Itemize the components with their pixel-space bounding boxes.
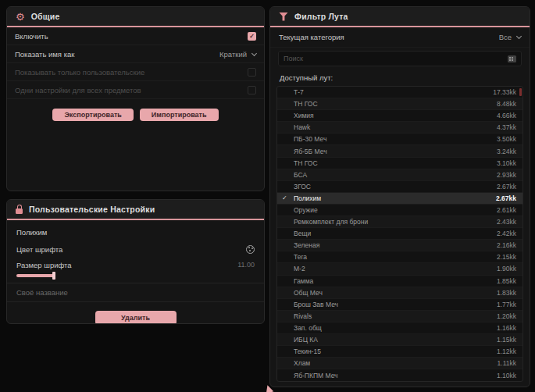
loot-item-row[interactable]: М-2 1.90kk: [277, 263, 523, 275]
loot-item-row[interactable]: Rivals 1.20kk: [277, 311, 523, 323]
import-button[interactable]: Импортировать: [140, 109, 219, 121]
loot-item-value: 1.16kk: [497, 324, 516, 332]
custom-settings-panel: Пользовательские Настройки Полихим Цвет …: [6, 199, 265, 324]
palette-icon[interactable]: [246, 245, 255, 254]
export-button[interactable]: Экспортировать: [52, 109, 133, 121]
loot-item-value: 3.10kk: [497, 159, 516, 167]
custom-name-input[interactable]: [7, 283, 264, 302]
loot-item-value: 3.24kk: [497, 148, 516, 155]
checkbox[interactable]: ✓: [248, 32, 256, 41]
loot-item-value: 17.33kk: [493, 88, 516, 96]
loot-item-name: Hawk: [294, 123, 497, 131]
setting-label: Показать имя как: [15, 50, 74, 59]
loot-item-row[interactable]: Яб-5Б Меч 3.24kk: [277, 145, 523, 157]
category-row: Текущая категория Все: [270, 27, 530, 48]
loot-item-row[interactable]: Вещи 2.42kk: [277, 228, 523, 240]
loot-item-value: 2.43kk: [497, 218, 516, 226]
font-size-slider[interactable]: [16, 274, 54, 277]
loot-item-name: ТН ГОС: [294, 159, 497, 167]
loot-item-name: Брош Зав Меч: [294, 301, 497, 308]
loot-item-value: 2.15kk: [497, 253, 516, 261]
loot-item-row[interactable]: ТН ГОС 3.10kk: [277, 158, 523, 169]
general-rows: Включить ✓ Показать имя как Краткий Пока…: [7, 27, 264, 99]
select[interactable]: Краткий: [219, 50, 256, 59]
loot-item-row[interactable]: Текин-15 1.12kk: [277, 346, 523, 358]
loot-item-row[interactable]: Химия 4.66kk: [277, 110, 523, 122]
loot-item-row[interactable]: Зап. общ 1.16kk: [277, 323, 523, 334]
setting-row[interactable]: Показывать только пользовательские: [7, 63, 264, 81]
loot-item-value: 2.67kk: [497, 183, 516, 191]
loot-item-name: ТН ГОС: [294, 100, 497, 108]
loot-item-row[interactable]: Гамма 1.85kk: [277, 276, 523, 287]
loot-item-row[interactable]: Общ Меч 1.83kk: [277, 287, 523, 299]
general-panel-header: ⚙ Общие: [7, 7, 264, 27]
loot-item-name: М-2: [294, 265, 497, 273]
category-value: Все: [499, 33, 512, 41]
loot-item-value: 2.16kk: [497, 241, 516, 249]
selected-item-name: Полихим: [7, 220, 264, 241]
font-color-label: Цвет шрифта: [16, 245, 62, 254]
loot-item-row[interactable]: Тега 2.15kk: [277, 251, 523, 263]
loot-item-name: Вещи: [294, 230, 497, 237]
loot-item-row[interactable]: ПБ-30 Меч 3.50kk: [277, 134, 523, 145]
setting-label: Включить: [15, 32, 48, 41]
loot-item-value: 1.90kk: [497, 265, 516, 273]
setting-label: Одни настройки для всех предметов: [15, 86, 141, 94]
loot-item-row[interactable]: ТН ГОС 8.48kk: [277, 98, 523, 110]
loot-item-row[interactable]: Ремкомплект для брони 2.43kk: [277, 216, 523, 228]
setting-row[interactable]: Включить ✓: [7, 27, 264, 45]
loot-item-row[interactable]: Т-7 17.33kk: [277, 87, 523, 98]
loot-item-row[interactable]: ✓ Полихим 2.67kk: [277, 193, 523, 205]
loot-item-value: 2.67kk: [496, 194, 516, 202]
setting-row[interactable]: Показать имя как Краткий: [7, 45, 264, 63]
loot-item-value: 4.66kk: [497, 112, 516, 119]
delete-button[interactable]: Удалить: [95, 311, 177, 324]
loot-item-name: Гамма: [294, 277, 497, 285]
loot-item-value: 4.37kk: [497, 123, 516, 131]
setting-label: Показывать только пользовательские: [15, 68, 144, 77]
loot-item-name: Химия: [294, 112, 497, 119]
scrollbar-thumb[interactable]: [519, 88, 522, 96]
loot-item-value: 2.93kk: [497, 171, 516, 179]
loot-item-row[interactable]: Зеленая 2.16kk: [277, 240, 523, 251]
loot-item-value: 1.11kk: [498, 359, 516, 367]
loot-item-row[interactable]: ЗГОС 2.67kk: [277, 181, 523, 193]
loot-item-row[interactable]: Hawk 4.37kk: [277, 122, 523, 134]
loot-item-row[interactable]: Хлам 1.11kk: [277, 358, 523, 369]
loot-list-label: Доступный лут:: [270, 66, 530, 86]
loot-item-row[interactable]: Яб-ПКПМ Меч 1.10kk: [277, 369, 523, 381]
general-panel-title: Общие: [31, 12, 60, 21]
checkbox[interactable]: [248, 68, 256, 77]
custom-panel-header: Пользовательские Настройки: [7, 200, 264, 220]
select-value: Краткий: [219, 50, 247, 59]
keyboard-icon[interactable]: [508, 55, 516, 62]
loot-item-name: Зап. общ: [294, 324, 497, 332]
loot-item-value: 3.50kk: [497, 135, 516, 143]
checkbox[interactable]: [248, 86, 256, 94]
loot-item-name: Общ Меч: [294, 289, 497, 297]
loot-item-name: Яб-5Б Меч: [294, 148, 497, 155]
loot-item-name: Оружие: [294, 206, 497, 214]
loot-item-row[interactable]: Оружие 2.61kk: [277, 205, 523, 216]
font-size-value: 11.00: [237, 261, 255, 269]
font-color-row[interactable]: Цвет шрифта: [7, 241, 264, 257]
lock-icon: [16, 208, 23, 214]
loot-item-name: Тега: [294, 253, 497, 261]
loot-item-value: 1.77kk: [497, 301, 516, 308]
search-box[interactable]: [278, 51, 522, 66]
loot-item-name: ПБ-30 Меч: [294, 135, 497, 143]
loot-item-row[interactable]: Брош Зав Меч 1.77kk: [277, 299, 523, 311]
loot-item-name: Rivals: [294, 312, 497, 320]
loot-list: Т-7 17.33kk ТН ГОС 8.48kk Химия 4.66kk H…: [276, 86, 523, 382]
slider-thumb[interactable]: [52, 272, 55, 280]
loot-filter-panel: Фильтр Лута Текущая категория Все Доступ…: [269, 6, 530, 387]
search-input[interactable]: [284, 55, 503, 62]
custom-panel-title: Пользовательские Настройки: [29, 205, 155, 214]
loot-item-row[interactable]: БСА 2.93kk: [277, 169, 523, 181]
loot-item-row[interactable]: ИБЦ КА 1.15kk: [277, 334, 523, 346]
setting-row[interactable]: Одни настройки для всех предметов: [7, 81, 264, 99]
loot-item-name: Полихим: [294, 194, 496, 202]
loot-item-name: Зеленая: [294, 241, 497, 249]
chevron-down-icon: [251, 50, 257, 55]
category-select[interactable]: Все: [499, 33, 521, 41]
